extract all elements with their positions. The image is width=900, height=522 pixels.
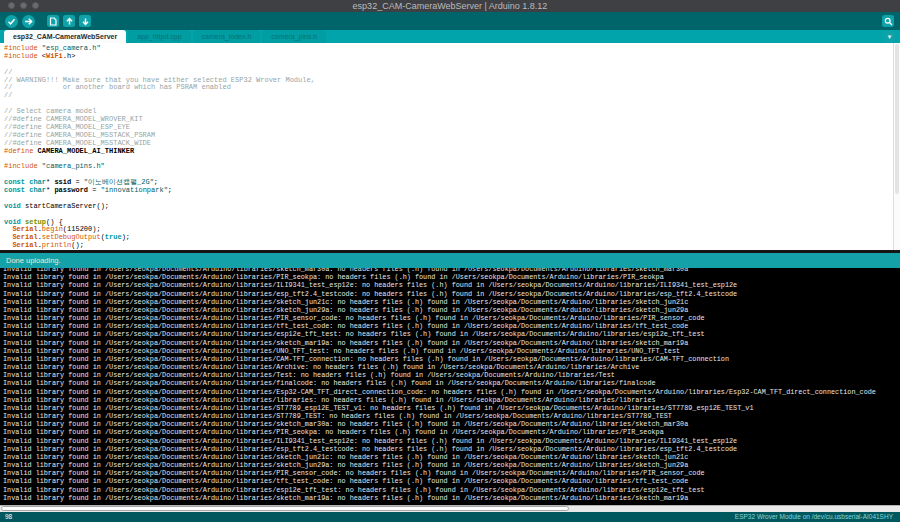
board-port-info: ESP32 Wrover Module on /dev/cu.usbserial…: [735, 513, 893, 520]
status-bar: Done uploading.: [0, 253, 900, 268]
magnifier-icon: [884, 12, 893, 30]
minimize-window-button[interactable]: [20, 2, 27, 9]
tab-menu-button[interactable]: ▾: [884, 31, 895, 42]
code-line: [4, 155, 900, 163]
console-line: Invalid library found in /Users/seokpa/D…: [3, 314, 900, 322]
footer-status-bar: 98 ESP32 Wrover Module on /dev/cu.usbser…: [0, 512, 900, 522]
code-line: void startCameraServer();: [4, 203, 900, 211]
tab-camera-pins-h[interactable]: camera_pins.h: [262, 30, 326, 43]
close-window-button[interactable]: [8, 2, 15, 9]
code-line: const char* password = "innovationpark";: [4, 187, 900, 195]
console-line: Invalid library found in /Users/seokpa/D…: [3, 412, 900, 420]
status-message: Done uploading.: [6, 256, 61, 265]
upload-button[interactable]: [22, 15, 35, 28]
console-line: Invalid library found in /Users/seokpa/D…: [3, 322, 900, 330]
code-line: Serial.println();: [4, 242, 900, 250]
console-line: Invalid library found in /Users/seokpa/D…: [3, 379, 900, 387]
console-line: Invalid library found in /Users/seokpa/D…: [3, 437, 900, 445]
code-line: [4, 211, 900, 219]
cursor-line-indicator: 98: [5, 513, 12, 520]
console-line: Invalid library found in /Users/seokpa/D…: [3, 469, 900, 477]
console-line: Invalid library found in /Users/seokpa/D…: [3, 428, 900, 436]
console-line: Invalid library found in /Users/seokpa/D…: [3, 339, 900, 347]
tab-esp32-cam-camerawebserver[interactable]: esp32_CAM-CameraWebServer: [4, 30, 126, 43]
console-line: Invalid library found in /Users/seokpa/D…: [3, 388, 900, 396]
code-line: #include "esp_camera.h": [4, 45, 900, 53]
open-sketch-button[interactable]: [63, 15, 75, 27]
code-area[interactable]: #include "esp_camera.h"#include <WiFi.h>…: [0, 43, 900, 250]
code-line: [4, 100, 900, 108]
window-title: esp32_CAM-CameraWebServer | Arduino 1.8.…: [0, 0, 900, 12]
console-horizontal-scrollbar[interactable]: [0, 505, 900, 512]
console-line: Invalid library found in /Users/seokpa/D…: [3, 371, 900, 379]
check-icon: [7, 17, 16, 26]
console-line: Invalid library found in /Users/seokpa/D…: [3, 306, 900, 314]
tab-camera-index-h[interactable]: camera_index.h: [193, 30, 261, 43]
code-line: [4, 61, 900, 69]
console-line: Invalid library found in /Users/seokpa/D…: [3, 453, 900, 461]
console-line: Invalid library found in /Users/seokpa/D…: [3, 494, 900, 502]
save-sketch-button[interactable]: [79, 15, 91, 27]
console-output[interactable]: Invalid library found in /Users/seokpa/D…: [0, 268, 900, 505]
serial-monitor-button[interactable]: [882, 15, 894, 27]
arduino-ide-window: esp32_CAM-CameraWebServer | Arduino 1.8.…: [0, 0, 900, 522]
code-line: // or another board which has PSRAM enab…: [4, 84, 900, 92]
code-line: Serial.begin(115200);: [4, 226, 900, 234]
console-line: Invalid library found in /Users/seokpa/D…: [3, 477, 900, 485]
console-line: Invalid library found in /Users/seokpa/D…: [3, 273, 900, 281]
console-line: Invalid library found in /Users/seokpa/D…: [3, 355, 900, 363]
code-line: Serial.setDebugOutput(true);: [4, 234, 900, 242]
code-line: #include <WiFi.h>: [4, 53, 900, 61]
console-line: Invalid library found in /Users/seokpa/D…: [3, 445, 900, 453]
code-line: void setup() {: [4, 219, 900, 227]
console-line: Invalid library found in /Users/seokpa/D…: [3, 486, 900, 494]
code-line: #define CAMERA_MODEL_AI_THINKER: [4, 148, 900, 156]
code-line: [4, 195, 900, 203]
arrow-up-icon: [65, 17, 74, 26]
console-line: Invalid library found in /Users/seokpa/D…: [3, 363, 900, 371]
code-line: //: [4, 92, 900, 100]
new-sketch-button[interactable]: [47, 15, 59, 27]
editor-vertical-scrollbar[interactable]: [893, 43, 900, 250]
console-scrollbar-thumb[interactable]: [1, 506, 569, 511]
console-line: Invalid library found in /Users/seokpa/D…: [3, 461, 900, 469]
console-line: Invalid library found in /Users/seokpa/D…: [3, 330, 900, 338]
code-line: #include "camera_pins.h": [4, 163, 900, 171]
console-line: Invalid library found in /Users/seokpa/D…: [3, 290, 900, 298]
console-line: Invalid library found in /Users/seokpa/D…: [3, 396, 900, 404]
tab-app-httpd-cpp[interactable]: app_httpd.cpp: [128, 30, 190, 43]
console-line: Invalid library found in /Users/seokpa/D…: [3, 404, 900, 412]
console-line: Invalid library found in /Users/seokpa/D…: [3, 420, 900, 428]
document-icon: [49, 17, 57, 26]
toolbar: [0, 12, 900, 30]
tab-bar: esp32_CAM-CameraWebServer app_httpd.cpp …: [0, 30, 900, 43]
editor-scrollbar-thumb[interactable]: [895, 44, 899, 194]
arrow-right-icon: [24, 17, 33, 26]
code-line: //#define CAMERA_MODEL_M5STACK_WIDE: [4, 140, 900, 148]
zoom-window-button[interactable]: [32, 2, 39, 9]
console-line: Invalid library found in /Users/seokpa/D…: [3, 281, 900, 289]
console-line: Invalid library found in /Users/seokpa/D…: [3, 298, 900, 306]
window-titlebar[interactable]: esp32_CAM-CameraWebServer | Arduino 1.8.…: [0, 0, 900, 12]
console-line: Invalid library found in /Users/seokpa/D…: [3, 347, 900, 355]
arrow-down-icon: [81, 17, 90, 26]
verify-button[interactable]: [5, 15, 18, 28]
code-line: //#define CAMERA_MODEL_WROVER_KIT: [4, 116, 900, 124]
